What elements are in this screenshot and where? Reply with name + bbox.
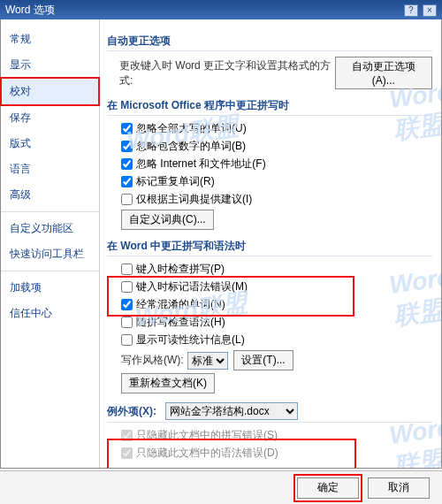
autocorrect-row: 更改键入时 Word 更正文字和设置其格式的方式: 自动更正选项(A)... — [119, 57, 432, 89]
sidebar-item-display[interactable]: 显示 — [1, 52, 99, 78]
sidebar-item-advanced[interactable]: 高级 — [1, 182, 99, 208]
help-button[interactable]: ? — [404, 4, 418, 17]
dialog-footer: 确定 取消 — [0, 470, 442, 504]
mark-grammar-typing-checkbox[interactable] — [121, 281, 133, 293]
settings-button[interactable]: 设置(T)... — [233, 350, 293, 370]
readability-stats-checkbox[interactable] — [121, 334, 133, 346]
custom-dictionaries-button[interactable]: 自定义词典(C)... — [121, 210, 214, 230]
confused-words-label: 经常混淆的单词(N) — [136, 297, 225, 312]
exceptions-label: 例外项(X): — [107, 405, 156, 417]
hide-spelling-errors-checkbox[interactable] — [121, 430, 133, 441]
sidebar-item-addins[interactable]: 加载项 — [1, 275, 99, 301]
ok-button[interactable]: 确定 — [297, 477, 359, 499]
window-title: Word 选项 — [5, 0, 55, 19]
readability-stats-label: 显示可读性统计信息(L) — [136, 332, 245, 347]
sidebar-item-layout[interactable]: 版式 — [1, 131, 99, 157]
autocorrect-options-button[interactable]: 自动更正选项(A)... — [335, 57, 432, 89]
autocorrect-desc: 更改键入时 Word 更正文字和设置其格式的方式: — [119, 58, 332, 88]
hide-grammar-errors-checkbox[interactable] — [121, 447, 133, 459]
sidebar-item-trust-center[interactable]: 信任中心 — [1, 301, 99, 326]
section-exceptions-title: 例外项(X): 网站金字塔结构.docx — [107, 402, 432, 423]
writing-style-select[interactable]: 标准 — [187, 352, 228, 370]
ignore-internet-label: 忽略 Internet 和文件地址(F) — [136, 157, 266, 172]
exceptions-document-select[interactable]: 网站金字塔结构.docx — [165, 402, 298, 420]
sidebar-separator — [1, 271, 99, 271]
flag-repeated-label: 标记重复单词(R) — [136, 174, 215, 189]
check-spelling-typing-checkbox[interactable] — [121, 263, 133, 275]
grammar-with-spelling-checkbox[interactable] — [121, 317, 133, 328]
main-dict-only-label: 仅根据主词典提供建议(I) — [136, 192, 252, 207]
hide-spelling-errors-label: 只隐藏此文档中的拼写错误(S) — [136, 428, 278, 443]
sidebar-separator — [1, 211, 99, 212]
ignore-numbers-checkbox[interactable] — [121, 141, 133, 152]
sidebar-item-proofing[interactable]: 校对 — [1, 78, 99, 105]
cancel-button[interactable]: 取消 — [368, 477, 430, 499]
content-pane: Word联盟 Word联盟 Word联盟 Word联盟 Word联盟 自动更正选… — [100, 19, 441, 468]
grammar-with-spelling-label: 随拼写检查语法(H) — [136, 315, 225, 330]
sidebar: 常规 显示 校对 保存 版式 语言 高级 自定义功能区 快速访问工具栏 加载项 … — [1, 19, 100, 468]
mark-grammar-typing-label: 键入时标记语法错误(M) — [136, 279, 248, 294]
flag-repeated-checkbox[interactable] — [121, 176, 133, 187]
sidebar-item-save[interactable]: 保存 — [1, 105, 99, 131]
dialog-body: 常规 显示 校对 保存 版式 语言 高级 自定义功能区 快速访问工具栏 加载项 … — [0, 19, 442, 469]
hide-grammar-errors-label: 只隐藏此文档中的语法错误(D) — [136, 446, 278, 461]
recheck-document-button[interactable]: 重新检查文档(K) — [121, 373, 215, 393]
writing-style-label: 写作风格(W): — [121, 353, 184, 368]
ignore-numbers-label: 忽略包含数字的单词(B) — [136, 139, 246, 154]
window-buttons: ? × — [402, 0, 437, 19]
section-office-spell-title: 在 Microsoft Office 程序中更正拼写时 — [107, 98, 432, 116]
section-word-spell-title: 在 Word 中更正拼写和语法时 — [107, 239, 432, 256]
sidebar-item-general[interactable]: 常规 — [1, 27, 99, 52]
ignore-uppercase-checkbox[interactable] — [121, 123, 133, 134]
close-button[interactable]: × — [423, 4, 437, 17]
confused-words-checkbox[interactable] — [121, 299, 133, 310]
section-autocorrect-title: 自动更正选项 — [107, 34, 432, 51]
sidebar-item-customize-ribbon[interactable]: 自定义功能区 — [1, 216, 99, 241]
main-dict-only-checkbox[interactable] — [121, 194, 133, 205]
sidebar-item-language[interactable]: 语言 — [1, 157, 99, 182]
ignore-internet-checkbox[interactable] — [121, 158, 133, 170]
title-bar: Word 选项 ? × — [0, 0, 442, 19]
check-spelling-typing-label: 键入时检查拼写(P) — [136, 262, 225, 277]
ignore-uppercase-label: 忽略全部大写的单词(U) — [136, 121, 247, 136]
sidebar-item-quick-access[interactable]: 快速访问工具栏 — [1, 241, 99, 267]
